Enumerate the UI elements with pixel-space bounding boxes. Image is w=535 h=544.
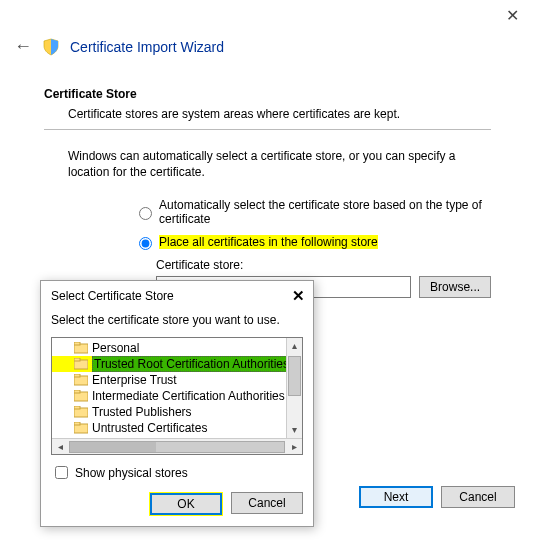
svg-rect-11: [74, 422, 80, 425]
svg-rect-7: [74, 390, 80, 393]
radio-auto-input[interactable]: [139, 207, 152, 220]
dialog-close-button[interactable]: ✕: [292, 287, 305, 305]
radio-auto-label: Automatically select the certificate sto…: [159, 198, 491, 226]
radio-auto-select[interactable]: Automatically select the certificate sto…: [134, 198, 491, 226]
svg-rect-1: [74, 342, 80, 345]
tree-item-label: Untrusted Certificates: [92, 421, 207, 435]
dialog-cancel-button[interactable]: Cancel: [231, 492, 303, 514]
radio-manual-label: Place all certificates in the following …: [159, 235, 378, 249]
folder-icon: [74, 406, 88, 418]
dialog-ok-button[interactable]: OK: [150, 493, 222, 515]
svg-rect-3: [74, 358, 80, 361]
intro-text: Windows can automatically select a certi…: [44, 148, 491, 180]
tree-item-enterprise-trust[interactable]: Enterprise Trust: [52, 372, 302, 388]
folder-icon: [74, 422, 88, 434]
tree-item-personal[interactable]: Personal: [52, 340, 302, 356]
folder-icon: [74, 358, 88, 370]
tree-item-trusted-root[interactable]: Trusted Root Certification Authorities: [52, 356, 302, 372]
show-physical-label: Show physical stores: [75, 466, 188, 480]
window-close-button[interactable]: ✕: [490, 0, 535, 30]
scroll-thumb[interactable]: [288, 356, 301, 396]
show-physical-stores[interactable]: Show physical stores: [51, 463, 303, 482]
tree-item-label: Trusted Publishers: [92, 405, 192, 419]
scroll-down-icon[interactable]: ▾: [287, 422, 302, 438]
close-icon: ✕: [506, 6, 519, 25]
radio-manual-select[interactable]: Place all certificates in the following …: [134, 234, 491, 250]
wizard-title: Certificate Import Wizard: [70, 39, 224, 55]
store-tree[interactable]: Personal Trusted Root Certification Auth…: [51, 337, 303, 455]
vertical-scrollbar[interactable]: ▴ ▾: [286, 338, 302, 438]
browse-button[interactable]: Browse...: [419, 276, 491, 298]
dialog-instruction: Select the certificate store you want to…: [51, 313, 303, 327]
tree-item-intermediate-ca[interactable]: Intermediate Certification Authorities: [52, 388, 302, 404]
section-heading: Certificate Store: [44, 87, 491, 101]
scroll-thumb[interactable]: [69, 441, 285, 453]
store-label: Certificate store:: [156, 258, 491, 272]
scroll-up-icon[interactable]: ▴: [287, 338, 302, 354]
tree-item-label: Enterprise Trust: [92, 373, 177, 387]
close-icon: ✕: [292, 287, 305, 304]
tree-item-label: Trusted Root Certification Authorities: [92, 356, 291, 372]
show-physical-checkbox[interactable]: [55, 466, 68, 479]
shield-icon: [42, 38, 60, 56]
tree-item-untrusted-certificates[interactable]: Untrusted Certificates: [52, 420, 302, 436]
cancel-button[interactable]: Cancel: [441, 486, 515, 508]
section-subtext: Certificate stores are system areas wher…: [44, 107, 491, 121]
scroll-left-icon[interactable]: ◂: [52, 441, 68, 452]
divider: [44, 129, 491, 130]
radio-manual-input[interactable]: [139, 237, 152, 250]
dialog-title: Select Certificate Store: [51, 289, 174, 303]
tree-item-trusted-publishers[interactable]: Trusted Publishers: [52, 404, 302, 420]
back-button[interactable]: ←: [14, 36, 32, 57]
tree-item-label: Intermediate Certification Authorities: [92, 389, 285, 403]
back-arrow-icon: ←: [14, 36, 32, 56]
select-store-dialog: Select Certificate Store ✕ Select the ce…: [40, 280, 314, 527]
svg-rect-5: [74, 374, 80, 377]
horizontal-scrollbar[interactable]: ◂ ▸: [52, 438, 302, 454]
folder-icon: [74, 390, 88, 402]
scroll-right-icon[interactable]: ▸: [286, 441, 302, 452]
tree-item-label: Personal: [92, 341, 139, 355]
next-button[interactable]: Next: [359, 486, 433, 508]
svg-rect-9: [74, 406, 80, 409]
folder-icon: [74, 374, 88, 386]
folder-icon: [74, 342, 88, 354]
